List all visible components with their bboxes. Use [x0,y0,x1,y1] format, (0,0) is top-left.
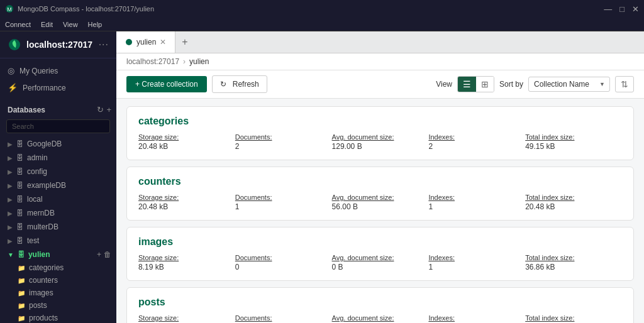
delete-database-icon[interactable]: 🗑 [104,250,111,259]
stat-documents: Documents: 0 [235,254,332,271]
minimize-button[interactable]: — [604,4,612,14]
stat-total-index: Total index size: 36.86 kB [525,254,622,271]
collection-item-posts[interactable]: 📁 posts [0,299,116,312]
db-item-local[interactable]: ▶ 🗄 local [0,192,116,206]
tab-yulien[interactable]: yulien ✕ [116,31,175,53]
db-item-GoogleDB[interactable]: ▶ 🗄 GoogleDB [0,137,116,151]
collection-card-categories[interactable]: categories Storage size: 20.48 kB Docume… [126,106,634,160]
db-icon: 🗄 [16,140,23,148]
refresh-databases-icon[interactable]: ↻ [97,105,104,114]
stat-total-index: Total index size: 4.10 kB [525,314,622,323]
stat-label: Avg. document size: [332,254,429,261]
stat-value: 20.48 kB [525,202,622,211]
menu-connect[interactable]: Connect [5,21,31,28]
stat-label: Storage size: [138,133,235,141]
stat-value: 49.15 kB [525,142,622,151]
list-view-button[interactable]: ☰ [458,77,476,92]
menu-help[interactable]: Help [88,21,103,28]
collection-item-products[interactable]: 📁 products [0,312,116,323]
stat-label: Storage size: [138,314,235,322]
db-item-multerDB[interactable]: ▶ 🗄 multerDB [0,220,116,234]
db-label: mernDB [27,209,55,217]
refresh-button[interactable]: ↻Refresh [212,75,267,93]
add-database-icon[interactable]: + [106,105,111,114]
sort-filter-button[interactable]: ⇅ [615,76,634,92]
db-icon: 🗄 [16,209,23,217]
stat-value: 56.00 B [332,202,429,211]
db-item-yulien[interactable]: ▼ 🗄 yulien + 🗑 [0,248,116,261]
db-yulien-left[interactable]: ▼ 🗄 yulien [8,250,97,259]
collection-card-images[interactable]: images Storage size: 8.19 kB Documents: … [126,227,634,281]
sort-wrapper: Collection Name Storage Size Documents [528,77,610,92]
db-label: yulien [28,250,50,259]
collection-card-counters[interactable]: counters Storage size: 20.48 kB Document… [126,167,634,221]
collection-stats: Storage size: 20.48 kB Documents: 1 Avg.… [138,194,622,211]
stat-value: 0 [235,263,332,271]
grid-view-button[interactable]: ⊞ [476,77,494,92]
db-item-admin[interactable]: ▶ 🗄 admin [0,151,116,165]
tab-close-button[interactable]: ✕ [160,38,166,47]
db-item-mernDB[interactable]: ▶ 🗄 mernDB [0,206,116,220]
create-collection-button[interactable]: + Create collection [126,76,207,92]
stat-label: Documents: [235,314,332,322]
add-collection-icon[interactable]: + [97,250,101,259]
sidebar-item-label: My Queries [19,67,58,75]
collection-card-posts[interactable]: posts Storage size: 4.10 kB Documents: 0… [126,287,634,323]
stat-value: 129.00 B [332,142,429,151]
databases-actions: ↻ + [97,105,111,114]
db-label: test [27,236,39,245]
collection-name: images [138,236,622,248]
menu-edit[interactable]: Edit [41,21,53,28]
collection-name: categories [138,116,622,127]
connection-more-button[interactable]: ··· [99,39,109,50]
db-label: local [27,195,43,204]
titlebar-controls[interactable]: — □ ✕ [604,4,639,14]
collection-folder-icon: 📁 [18,290,25,297]
databases-section: Databases ↻ + ▶ 🗄 GoogleDB ▶ 🗄 admin [0,100,116,323]
chevron-icon: ▶ [8,210,13,217]
refresh-label: Refresh [233,80,259,89]
sort-select[interactable]: Collection Name Storage Size Documents [528,77,610,92]
db-label: GoogleDB [27,140,62,148]
stat-storage: Storage size: 4.10 kB [138,314,235,323]
new-tab-button[interactable]: + [175,33,194,52]
sidebar-item-my-queries[interactable]: ◎ My Queries [0,62,116,79]
stat-total-index: Total index size: 49.15 kB [525,133,622,151]
chevron-icon: ▶ [8,238,13,244]
stat-label: Total index size: [525,194,622,201]
collection-label: images [29,288,53,297]
collection-stats: Storage size: 20.48 kB Documents: 2 Avg.… [138,133,622,151]
maximize-button[interactable]: □ [619,4,625,14]
db-item-test[interactable]: ▶ 🗄 test [0,234,116,248]
connection-label[interactable]: localhost:27017 [26,40,92,50]
stat-documents: Documents: 1 [235,194,332,211]
stat-label: Total index size: [525,133,622,141]
db-item-exampleDB[interactable]: ▶ 🗄 exampleDB [0,178,116,192]
db-icon: 🗄 [16,182,23,189]
databases-label[interactable]: Databases [8,106,45,114]
db-icon: 🗄 [16,195,23,203]
breadcrumb: localhost:27017 › yulien [116,53,644,70]
view-label: View [436,80,452,89]
stat-avg-doc: Avg. document size: 0 B [332,314,429,323]
collection-item-images[interactable]: 📁 images [0,287,116,299]
sidebar-item-performance[interactable]: ⚡ Performance [0,79,116,96]
collection-item-counters[interactable]: 📁 counters [0,274,116,287]
stat-label: Storage size: [138,254,235,261]
collection-stats: Storage size: 8.19 kB Documents: 0 Avg. … [138,254,622,271]
stat-value: 8.19 kB [138,263,235,271]
stat-avg-doc: Avg. document size: 0 B [332,254,429,271]
collection-item-categories[interactable]: 📁 categories [0,261,116,274]
db-yulien-actions: + 🗑 [97,250,111,259]
toolbar-right: View ☰ ⊞ Sort by Collection Name Storage… [436,76,634,92]
menu-view[interactable]: View [63,21,78,28]
close-button[interactable]: ✕ [632,4,639,14]
collection-label: categories [29,263,64,272]
db-icon: 🗄 [16,223,23,231]
db-icon: 🗄 [16,237,23,244]
chevron-icon: ▶ [8,168,13,175]
db-item-config[interactable]: ▶ 🗄 config [0,165,116,178]
breadcrumb-host[interactable]: localhost:27017 [126,57,179,66]
search-input[interactable] [6,119,110,133]
stat-label: Documents: [235,133,332,141]
